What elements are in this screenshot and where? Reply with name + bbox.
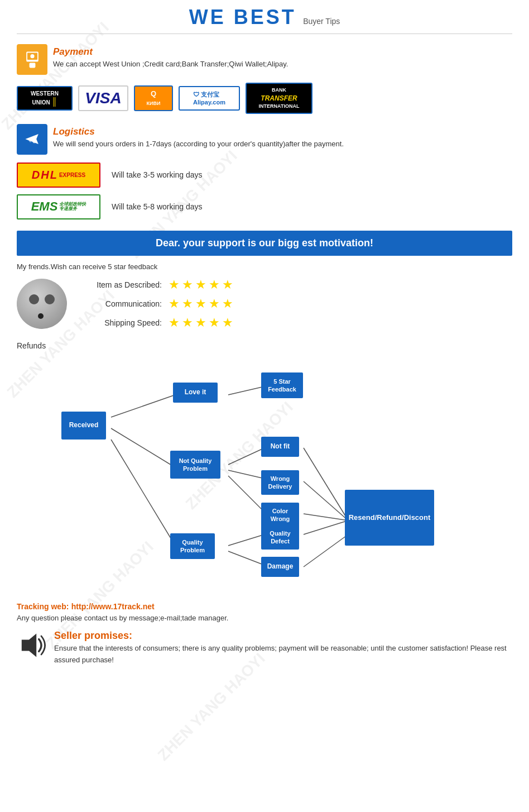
feedback-intro: My frends.Wish can receive 5 star feedba… bbox=[17, 262, 512, 271]
svg-line-12 bbox=[228, 470, 264, 479]
flow-five-star: 5 StarFeedback bbox=[261, 372, 303, 398]
feedback-label-shipping: Shipping Speed: bbox=[84, 318, 162, 327]
stars-communication: ★ ★ ★ ★ ★ bbox=[169, 297, 233, 311]
alipay-logo: 🛡 支付宝Alipay.com bbox=[179, 86, 240, 111]
promises-title: Seller promises: bbox=[54, 630, 512, 642]
flow-received: Received bbox=[61, 412, 106, 440]
tracking-label: Tracking web: bbox=[17, 602, 69, 611]
flowchart: Received Love it 5 StarFeedback Not Qual… bbox=[17, 356, 512, 590]
star-2: ★ bbox=[182, 278, 193, 292]
flow-not-quality: Not QualityProblem bbox=[170, 451, 220, 479]
payment-title: Payment bbox=[53, 46, 288, 58]
refunds-section: Refunds bbox=[17, 341, 512, 590]
stars-shipping: ★ ★ ★ ★ ★ bbox=[169, 316, 233, 330]
star-c3: ★ bbox=[195, 297, 206, 311]
speaker-icon bbox=[17, 630, 47, 661]
feedback-row-described: Item as Described: ★ ★ ★ ★ ★ bbox=[84, 278, 233, 292]
svg-line-10 bbox=[228, 386, 264, 395]
tracking-section: Tracking web: http://www.17track.net Any… bbox=[17, 601, 512, 622]
flow-resend: Resend/Refund/Discont bbox=[345, 490, 434, 546]
ems-logo: EMS 全球邮政特快专递服务 bbox=[17, 194, 100, 219]
star-c5: ★ bbox=[222, 297, 233, 311]
header-subtitle: Buyer Tips bbox=[303, 17, 340, 26]
dhl-time: Will take 3-5 working days bbox=[112, 170, 203, 179]
svg-line-17 bbox=[304, 481, 348, 520]
flow-love-it: Love it bbox=[173, 383, 218, 403]
star-5: ★ bbox=[222, 278, 233, 292]
star-s2: ★ bbox=[182, 316, 193, 330]
tracking-link-line: Tracking web: http://www.17track.net bbox=[17, 601, 512, 612]
flow-damage: Damage bbox=[261, 557, 299, 577]
svg-line-9 bbox=[111, 440, 175, 546]
flow-not-fit: Not fit bbox=[261, 437, 299, 457]
bank-transfer-logo: BANKTRANSFERINTERNATIONAL bbox=[246, 83, 312, 114]
feedback-section: My frends.Wish can receive 5 star feedba… bbox=[17, 262, 512, 330]
payment-text: We can accept West Union ;Credit card;Ba… bbox=[53, 59, 288, 70]
star-s5: ★ bbox=[222, 316, 233, 330]
feedback-rows: Item as Described: ★ ★ ★ ★ ★ Communicati… bbox=[84, 278, 233, 330]
svg-line-20 bbox=[304, 534, 348, 567]
logistics-section: Logistics We will send yours orders in 1… bbox=[17, 124, 512, 155]
page-header: WE BEST Buyer Tips bbox=[17, 0, 512, 34]
svg-marker-4 bbox=[25, 134, 38, 144]
svg-line-13 bbox=[228, 476, 264, 512]
svg-marker-21 bbox=[22, 634, 36, 657]
visa-logo: VISA bbox=[78, 85, 128, 111]
payment-icon bbox=[17, 44, 47, 75]
svg-line-11 bbox=[228, 448, 264, 465]
flow-wrong-delivery: WrongDelivery bbox=[261, 470, 299, 495]
ems-time: Will take 5-8 working days bbox=[112, 202, 203, 211]
feedback-label-communication: Communication: bbox=[84, 299, 162, 308]
western-union-logo: WESTERNUNION ║ bbox=[17, 86, 73, 111]
logistics-icon bbox=[17, 124, 47, 155]
stars-described: ★ ★ ★ ★ ★ bbox=[169, 278, 233, 292]
motivation-banner: Dear. your support is our bigg est motiv… bbox=[17, 231, 512, 256]
feedback-label-described: Item as Described: bbox=[84, 280, 162, 289]
feedback-row-shipping: Shipping Speed: ★ ★ ★ ★ ★ bbox=[84, 316, 233, 330]
flow-quality-defect: QualityDefect bbox=[261, 525, 299, 550]
svg-line-15 bbox=[228, 551, 264, 565]
promises-section: Seller promises: Ensure that the interes… bbox=[17, 630, 512, 666]
promises-text: Ensure that the interests of consumers; … bbox=[54, 643, 512, 666]
header-title: WE BEST bbox=[189, 6, 296, 28]
promises-content: Seller promises: Ensure that the interes… bbox=[54, 630, 512, 666]
refunds-title: Refunds bbox=[17, 341, 512, 350]
star-s3: ★ bbox=[195, 316, 206, 330]
tracking-text: Any question please contact us by messag… bbox=[17, 614, 512, 622]
logistics-text: We will send yours orders in 1-7days (ac… bbox=[53, 138, 344, 150]
feedback-avatar bbox=[17, 279, 67, 329]
star-3: ★ bbox=[195, 278, 206, 292]
star-c4: ★ bbox=[209, 297, 220, 311]
star-c1: ★ bbox=[169, 297, 180, 311]
dhl-logo: DHL EXPRESS bbox=[17, 163, 100, 188]
tracking-url[interactable]: http://www.17track.net bbox=[71, 602, 155, 611]
flow-color-wrong: ColorWrong bbox=[261, 503, 299, 527]
svg-rect-3 bbox=[29, 63, 35, 68]
svg-point-2 bbox=[30, 54, 34, 58]
qiwi-logo: QКИВИ bbox=[134, 85, 173, 111]
star-s1: ★ bbox=[169, 316, 180, 330]
svg-line-19 bbox=[304, 520, 348, 534]
dhl-item: DHL EXPRESS Will take 3-5 working days bbox=[17, 163, 512, 188]
svg-line-16 bbox=[304, 448, 348, 520]
svg-line-8 bbox=[111, 428, 175, 467]
star-s4: ★ bbox=[209, 316, 220, 330]
feedback-content: Item as Described: ★ ★ ★ ★ ★ Communicati… bbox=[17, 278, 512, 330]
payment-logos: WESTERNUNION ║ VISA QКИВИ 🛡 支付宝Alipay.co… bbox=[17, 83, 512, 114]
star-1: ★ bbox=[169, 278, 180, 292]
svg-line-18 bbox=[304, 514, 348, 520]
svg-line-7 bbox=[111, 395, 175, 417]
payment-section: Payment We can accept West Union ;Credit… bbox=[17, 44, 512, 75]
ems-item: EMS 全球邮政特快专递服务 Will take 5-8 working day… bbox=[17, 194, 512, 219]
feedback-row-communication: Communication: ★ ★ ★ ★ ★ bbox=[84, 297, 233, 311]
logistics-title: Logistics bbox=[53, 126, 344, 137]
star-4: ★ bbox=[209, 278, 220, 292]
star-c2: ★ bbox=[182, 297, 193, 311]
svg-line-14 bbox=[228, 534, 264, 546]
flow-quality-problem: QualityProblem bbox=[170, 533, 215, 559]
